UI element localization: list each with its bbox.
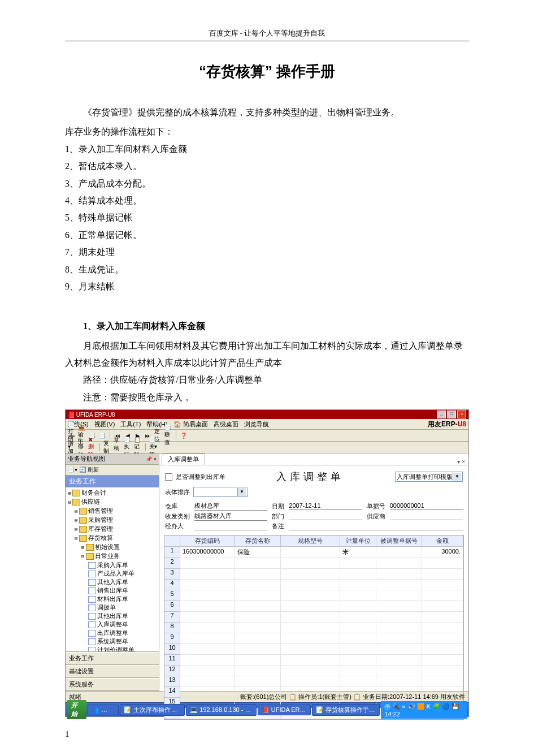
col-spec[interactable]: 规格型号: [281, 535, 340, 547]
menu-bar: 系统(S) 视图(V) 工具(T) 帮助(H) 🏠 简易桌面 高级桌面 浏览导航…: [66, 419, 468, 430]
quick-launch[interactable]: 👥 🔆 📁: [88, 705, 119, 715]
grid-row-empty[interactable]: 2: [164, 558, 463, 569]
adjust-out-checkbox[interactable]: [165, 473, 172, 481]
val-warehouse[interactable]: 板材总库: [194, 502, 267, 511]
tb-add[interactable]: ➕增加 ▾: [68, 443, 76, 451]
sb-foot-3[interactable]: 系统服务: [66, 678, 159, 691]
menu-view[interactable]: 视图(V): [94, 420, 115, 429]
tree-node[interactable]: 采购入库单: [67, 561, 158, 569]
sort-select[interactable]: ▼: [193, 487, 248, 497]
val-supplier[interactable]: [390, 512, 463, 520]
task-3[interactable]: 📕 UFIDA ERP-U8: [258, 705, 311, 715]
step-9: 9、月末结帐: [65, 278, 469, 295]
minimize-button[interactable]: _: [437, 411, 446, 418]
sort-label: 表体排序: [165, 488, 190, 496]
tree-node[interactable]: ⊞ 初始设置: [67, 543, 158, 552]
col-code[interactable]: 存货编码: [180, 535, 235, 547]
tb-close[interactable]: 📑关闭: [149, 443, 157, 451]
grid-row-empty[interactable]: 7: [164, 612, 463, 623]
form-title: 入库调整单: [229, 470, 392, 483]
tree-node[interactable]: ⊞ 采购管理: [67, 516, 158, 525]
val-operator[interactable]: [194, 522, 267, 530]
tree-node[interactable]: ⊞ 库存管理: [67, 525, 158, 534]
grid-row-1[interactable]: 1 160300000000 保险 米 30000.: [164, 547, 463, 558]
tb-doc2-icon[interactable]: 📑: [98, 431, 106, 439]
val-memo[interactable]: [289, 522, 463, 530]
print-template-select[interactable]: 入库调整单打印模版▼: [395, 472, 463, 482]
tree-node[interactable]: ⊞ 销售管理: [67, 507, 158, 516]
tree-node[interactable]: 出库调整单: [67, 629, 158, 637]
task-2[interactable]: 💻 192.168.0.130 - 远程...: [186, 704, 256, 716]
tree-node[interactable]: 销售出库单: [67, 586, 158, 595]
col-name[interactable]: 存货名称: [235, 535, 281, 547]
intro-1: 《存货管理》提供完整的成本核算流程，支持多种类型的进、出物料管理业务。: [65, 104, 469, 121]
maximize-button[interactable]: □: [447, 411, 456, 418]
tree-node[interactable]: 计划价调整单: [67, 646, 158, 651]
tree-node[interactable]: 其他出库单: [67, 612, 158, 620]
pin-icon[interactable]: 📌 ×: [146, 456, 157, 462]
tree-node[interactable]: 材料出库单: [67, 595, 158, 603]
val-docno[interactable]: 0000000001: [390, 502, 463, 510]
close-button[interactable]: ×: [457, 411, 466, 418]
col-unit[interactable]: 计量单位: [340, 535, 377, 547]
grid-row-empty[interactable]: 11: [164, 655, 463, 666]
grid-row-empty[interactable]: 12: [164, 666, 463, 676]
tb-edit[interactable]: ✏修改: [78, 443, 86, 451]
tb-post[interactable]: 📋记账: [134, 443, 142, 451]
erp-screenshot: 📕 UFIDA ERP-U8 _ □ × 系统(S) 视图(V) 工具(T) 帮…: [65, 409, 469, 717]
menu-adv-desktop[interactable]: 高级桌面: [214, 420, 238, 429]
tree-node[interactable]: 产成品入库单: [67, 569, 158, 578]
grid-row-empty[interactable]: 8: [164, 623, 463, 633]
menu-tools[interactable]: 工具(T): [120, 420, 141, 429]
page-number: 1: [65, 729, 70, 739]
sb-foot-1[interactable]: 业务工作: [66, 652, 159, 665]
tree-node[interactable]: 其他入库单: [67, 578, 158, 586]
start-button[interactable]: 开始: [67, 700, 86, 719]
grid-row-empty[interactable]: 6: [164, 601, 463, 612]
nav-tree[interactable]: ⊞ 财务会计⊟ 供应链⊞ 销售管理⊞ 采购管理⊞ 库存管理⊟ 存货核算⊞ 初始设…: [66, 487, 159, 651]
data-grid[interactable]: 存货编码 存货名称 规格型号 计量单位 被调整单据号 金额 1 16030000…: [164, 535, 464, 720]
col-refdoc[interactable]: 被调整单据号: [376, 535, 422, 547]
tree-node[interactable]: ⊞ 财务会计: [67, 489, 158, 498]
grid-row-empty[interactable]: 3: [164, 569, 463, 580]
tree-node[interactable]: ⊟ 存货核算: [67, 534, 158, 543]
val-dept[interactable]: [289, 512, 362, 520]
tree-node[interactable]: 调拨单: [67, 603, 158, 612]
tree-node[interactable]: ⊟ 供应链: [67, 498, 158, 507]
col-rownum: [164, 535, 180, 547]
tree-node[interactable]: 入库调整单: [67, 620, 158, 629]
sidebar-refresh[interactable]: 📑▾ 🔄 刷新: [66, 465, 159, 476]
grid-row-empty[interactable]: 4: [164, 580, 463, 590]
main-tab[interactable]: 入库调整单: [162, 453, 205, 465]
system-tray[interactable]: ㊥ 🔌 « 🔊 🟧 K 🧩 🔵 💾 14:22: [381, 701, 467, 719]
lbl-operator: 经办人: [165, 522, 190, 530]
col-amount[interactable]: 金额: [422, 535, 463, 547]
grid-row-empty[interactable]: 10: [164, 644, 463, 655]
header-fields: 仓库 板材总库 日期 2007-12-11 单据号 0000000001 收发类…: [165, 500, 463, 532]
sidebar-group: 业务工作: [66, 476, 159, 487]
lbl-warehouse: 仓库: [165, 502, 190, 511]
val-type[interactable]: 线路器材入库: [194, 512, 267, 521]
task-1[interactable]: 📝 主次序布操作手册 ...: [120, 704, 185, 716]
val-date[interactable]: 2007-12-11: [289, 502, 362, 510]
section-1-p1: 月底根据加工车间领用材料及其它费用计算出加工车间加工材料的实际成本，通过入库调整…: [65, 338, 469, 372]
tb-delete[interactable]: ✖删除: [88, 443, 96, 451]
tree-node[interactable]: 系统调整单: [67, 637, 158, 646]
tb-draft[interactable]: 草稿 ▾: [114, 443, 121, 451]
tb-exec[interactable]: 📑执行: [124, 443, 132, 451]
tb-help-icon[interactable]: ❓: [180, 431, 188, 439]
tb-copy[interactable]: 复制: [103, 443, 111, 451]
section-1-p3: 注意：需要按照仓库录入，: [65, 389, 469, 406]
grid-row-empty[interactable]: 13: [164, 676, 463, 687]
grid-row-empty[interactable]: 5: [164, 590, 463, 601]
tab-controls[interactable]: ▾ ×: [457, 459, 468, 465]
task-4[interactable]: 📝 存货核算操作手册 - ...: [312, 704, 380, 716]
menu-simple-desktop[interactable]: 🏠 简易桌面: [173, 420, 208, 429]
menu-browse-nav[interactable]: 浏览导航: [244, 420, 269, 429]
sb-foot-2[interactable]: 基础设置: [66, 665, 159, 678]
tree-node[interactable]: ⊟ 日常业务: [67, 552, 158, 561]
sidebar-title: 业务导航视图: [68, 455, 105, 463]
tb-link-query[interactable]: 📑 联查: [164, 431, 172, 439]
lbl-memo: 备注: [272, 522, 284, 530]
grid-row-empty[interactable]: 9: [164, 633, 463, 644]
